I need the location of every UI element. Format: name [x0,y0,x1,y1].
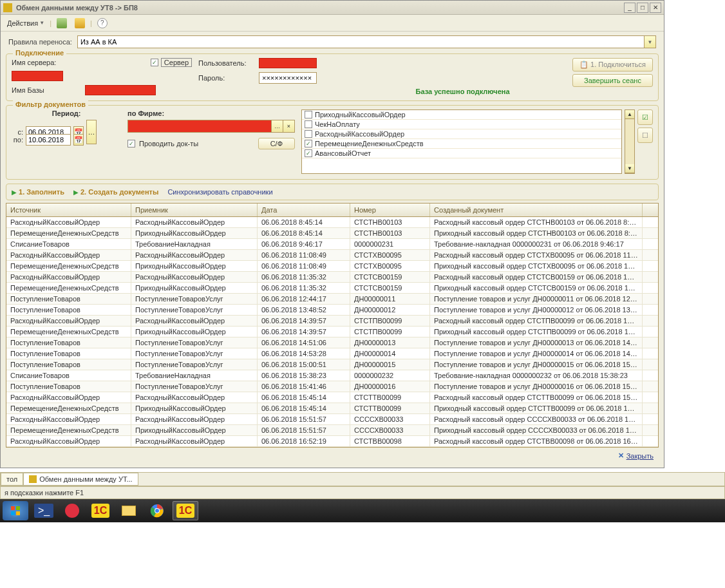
table-row[interactable]: РасходныйКассовыйОрдерРасходныйКассовыйО… [6,316,658,327]
doc-type-checkbox[interactable]: ✓ [305,149,312,157]
cell-c2: РасходныйКассовыйОрдер [131,250,258,260]
sf-button[interactable]: С/Ф [258,138,295,149]
taskbar-1c-active[interactable]: 1С [173,501,198,520]
date-to-picker[interactable]: 📅 [73,134,84,146]
cell-c1: СписаниеТоваров [6,239,131,249]
col-date[interactable]: Дата [258,204,350,216]
col-created[interactable]: Созданный документ [430,204,643,216]
connect-button[interactable]: 📋 1. Подключиться [572,58,653,71]
svg-rect-1 [11,506,15,510]
doc-type-item[interactable]: ПриходныйКассовыйОрдер [302,110,621,120]
cell-c4: ССССХВ00033 [350,425,430,435]
cell-c3: 06.06.2018 14:39:57 [258,316,350,326]
doc-type-item[interactable]: ✓ПеремещениеДенежныхСредств [302,139,621,149]
doc-type-item[interactable]: РасходныйКассовыйОрдер [302,129,621,139]
scroll-track[interactable] [625,119,634,164]
cell-c3: 06.06.2018 11:08:49 [258,261,350,271]
taskbar-chrome[interactable] [144,501,170,520]
taskbar-1c-1[interactable]: 1С [88,501,113,520]
start-button[interactable] [3,501,28,520]
toolbar-btn-1[interactable] [54,17,70,30]
close-button[interactable]: ✕ [650,3,661,13]
end-session-button[interactable]: Завершить сеанс [572,74,653,87]
mdi-tab-2[interactable]: Обмен данными между УТ... [23,473,138,486]
doc-scrollbar[interactable]: ▲ ▼ [625,109,635,174]
table-row[interactable]: ПеремещениеДенежныхСредствПриходныйКассо… [6,261,658,272]
table-row[interactable]: ПоступлениеТоваровПоступлениеТоваровУслу… [6,348,658,359]
col-number[interactable]: Номер [350,204,430,216]
col-receiver[interactable]: Приемник [131,204,258,216]
cell-c2: ПоступлениеТоваровУслуг [131,381,258,392]
close-link[interactable]: ✕ Закрыть [618,451,654,460]
folder-icon [122,506,136,516]
table-row[interactable]: СписаниеТоваровТребованиеНакладная06.06.… [6,239,658,250]
table-row[interactable]: ПоступлениеТоваровПоступлениеТоваровУслу… [6,359,658,370]
toolbar-btn-2[interactable] [72,17,88,30]
doc-type-item[interactable]: ЧекНаОплату [302,120,621,129]
sync-action[interactable]: Синхронизировать справочники [167,188,272,196]
doc-types-list[interactable]: ПриходныйКассовыйОрдерЧекНаОплатуРасходн… [301,109,622,174]
firm-field[interactable]: … × [127,120,295,133]
table-row[interactable]: РасходныйКассовыйОрдерРасходныйКассовыйО… [6,250,658,261]
grid-body[interactable]: РасходныйКассовыйОрдерРасходныйКассовыйО… [6,217,658,447]
taskbar-powershell[interactable]: >_ [31,501,57,520]
cell-c1: РасходныйКассовыйОрдер [6,316,131,326]
maximize-button[interactable]: □ [637,3,648,13]
close-label: Закрыть [626,452,654,460]
date-to-input[interactable] [26,134,71,146]
db-value-redacted[interactable] [85,85,156,95]
table-row[interactable]: РасходныйКассовыйОрдерРасходныйКассовыйО… [6,217,658,228]
firm-ellipsis-button[interactable]: … [271,120,283,132]
user-value-redacted[interactable] [259,58,317,68]
table-row[interactable]: ПеремещениеДенежныхСредствПриходныйКассо… [6,327,658,337]
scroll-down-button[interactable]: ▼ [625,164,634,173]
table-row[interactable]: ПоступлениеТоваровПоступлениеТоваровУслу… [6,381,658,392]
uncheck-all-button[interactable]: ☐ [637,128,653,143]
server-checkbox[interactable]: ✓ [151,59,158,66]
cell-c4: ССССХВ00033 [350,414,430,424]
rules-dropdown-button[interactable]: ▼ [644,36,655,48]
table-row[interactable]: РасходныйКассовыйОрдерРасходныйКассовыйО… [6,436,658,447]
help-button[interactable]: ? [95,17,110,30]
table-row[interactable]: ПеремещениеДенежныхСредствПриходныйКассо… [6,228,658,239]
password-input[interactable] [259,72,317,84]
period-ellipsis-button[interactable]: … [86,120,97,144]
rules-combo[interactable]: ▼ [77,35,656,48]
table-row[interactable]: РасходныйКассовыйОрдерРасходныйКассовыйО… [6,392,658,403]
cell-c1: ПеремещениеДенежныхСредств [6,425,131,435]
cell-c1: РасходныйКассовыйОрдер [6,436,131,446]
table-row[interactable]: ПоступлениеТоваровПоступлениеТоваровУслу… [6,294,658,305]
table-row[interactable]: ПоступлениеТоваровПоступлениеТоваровУслу… [6,337,658,348]
taskbar-explorer[interactable] [116,501,142,520]
table-row[interactable]: РасходныйКассовыйОрдерРасходныйКассовыйО… [6,414,658,425]
doc-type-checkbox[interactable] [305,120,312,128]
table-row[interactable]: ПеремещениеДенежныхСредствПриходныйКассо… [6,403,658,414]
doc-type-checkbox[interactable]: ✓ [305,140,312,147]
actions-menu[interactable]: Действия ▼ [5,18,47,28]
doc-types-block: ПриходныйКассовыйОрдерЧекНаОплатуРасходн… [301,109,653,174]
fill-action[interactable]: ▶ 1. Заполнить [12,188,64,196]
minimize-button[interactable]: _ [624,3,636,13]
server-value-redacted[interactable] [12,71,63,81]
taskbar-opera[interactable] [59,501,85,520]
doc-type-item[interactable]: ✓АвансовыйОтчет [302,149,621,158]
table-row[interactable]: СписаниеТоваровТребованиеНакладная06.06.… [6,370,658,381]
table-row[interactable]: ПеремещениеДенежныхСредствПриходныйКассо… [6,283,658,294]
firm-clear-button[interactable]: × [283,120,294,132]
cell-c3: 06.06.2018 13:48:52 [258,305,350,315]
process-checkbox[interactable]: ✓ [127,140,135,147]
create-action[interactable]: ▶ 2. Создать документы [73,188,158,196]
connection-status: База успешно подключена [359,88,566,95]
doc-type-checkbox[interactable] [305,111,312,119]
scroll-up-button[interactable]: ▲ [625,110,634,119]
cell-c2: ТребованиеНакладная [131,370,258,381]
table-row[interactable]: ПоступлениеТоваровПоступлениеТоваровУслу… [6,305,658,316]
doc-type-label: ПриходныйКассовыйОрдер [315,111,406,119]
check-all-button[interactable]: ☑ [637,109,653,125]
col-source[interactable]: Источник [6,204,131,216]
table-row[interactable]: РасходныйКассовыйОрдерРасходныйКассовыйО… [6,272,658,283]
doc-type-checkbox[interactable] [305,130,312,138]
mdi-tab-1[interactable]: тол [1,473,23,486]
rules-input[interactable] [78,36,644,48]
table-row[interactable]: ПеремещениеДенежныхСредствПриходныйКассо… [6,425,658,436]
